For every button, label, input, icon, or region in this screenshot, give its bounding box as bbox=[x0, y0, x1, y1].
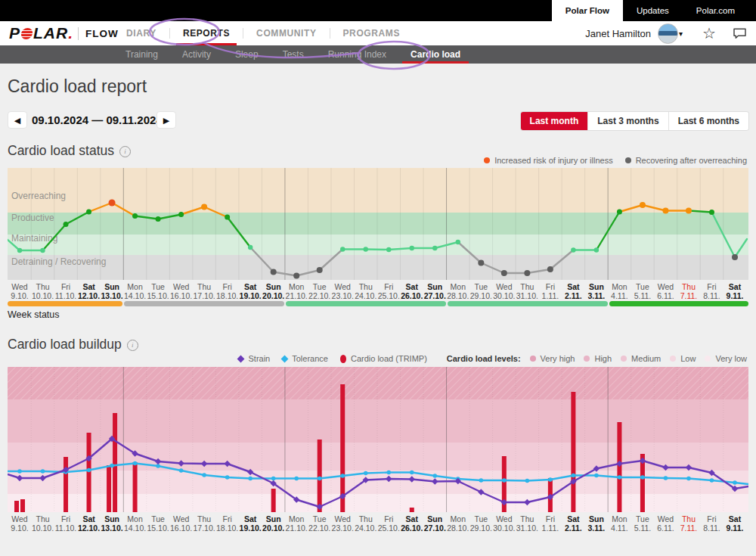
logo-divider bbox=[78, 27, 79, 40]
range-button-last-3-months[interactable]: Last 3 months bbox=[587, 112, 668, 130]
axis-label-fri-18-10-: Fri18.10. bbox=[215, 514, 240, 533]
subnav-item-cardio-load[interactable]: Cardio load bbox=[402, 45, 469, 64]
axis-label-sun-3-11-: Sun3.11. bbox=[584, 282, 609, 300]
legend-item-strain: Strain bbox=[238, 354, 270, 363]
axis-label-fri-8-11-: Fri8.11. bbox=[699, 282, 724, 300]
axis-label-sun-20-10-: Sun20.10. bbox=[261, 514, 287, 533]
main-header: P LAR . FLOW DIARYREPORTSCOMMUNITYPROGRA… bbox=[0, 21, 756, 45]
nav-divider bbox=[169, 28, 170, 39]
axis-label-fri-11-10-: Fri11.10. bbox=[53, 514, 79, 533]
axis-label-tue-22-10-: Tue22.10. bbox=[307, 282, 333, 300]
cardio-load-buildup-chart[interactable] bbox=[8, 367, 748, 512]
legend-item-recovering-after-overreaching: Recovering after overreaching bbox=[625, 156, 747, 165]
header-right: Janet Hamilton ▾ ☆ bbox=[585, 21, 747, 45]
axis-label-mon-14-10-: Mon14.10. bbox=[122, 282, 148, 300]
favorites-star-icon[interactable]: ☆ bbox=[702, 24, 716, 42]
axis-label-tue-22-10-: Tue22.10. bbox=[307, 514, 333, 533]
logo-dot: . bbox=[68, 24, 73, 42]
axis-label-wed-9-10-: Wed9.10. bbox=[7, 514, 33, 533]
topbar-tab-polar-flow[interactable]: Polar Flow bbox=[552, 0, 623, 21]
legend-dot-icon bbox=[584, 356, 590, 362]
legend-item-tolerance: Tolerance bbox=[282, 354, 328, 363]
subnav-item-sleep[interactable]: Sleep bbox=[227, 45, 267, 64]
subnav-item-tests[interactable]: Tests bbox=[274, 45, 312, 64]
subnav-item-training[interactable]: Training bbox=[117, 45, 166, 64]
range-button-last-6-months[interactable]: Last 6 months bbox=[668, 112, 748, 130]
topbar-tab-polar-com[interactable]: Polar.com bbox=[683, 0, 748, 21]
status-section-title: Cardio load statusi bbox=[8, 143, 131, 159]
legend-dot-icon bbox=[484, 157, 490, 163]
axis-label-sat-2-11-: Sat2.11. bbox=[560, 514, 586, 533]
legend-dot-icon bbox=[625, 157, 631, 163]
axis-label-fri-11-10-: Fri11.10. bbox=[53, 282, 79, 300]
legend-dot-icon bbox=[670, 356, 676, 362]
legend-level-very-low: Very low bbox=[705, 354, 747, 363]
range-button-last-month[interactable]: Last month bbox=[521, 112, 588, 130]
axis-label-sat-19-10-: Sat19.10. bbox=[237, 514, 263, 533]
axis-label-thu-7-11-: Thu7.11. bbox=[676, 282, 702, 300]
legend-label: Tolerance bbox=[292, 354, 328, 363]
zone-label-detraining-recovering: Detraining / Recovering bbox=[11, 256, 106, 267]
info-icon[interactable]: i bbox=[119, 146, 131, 157]
week-status-bar bbox=[0, 301, 756, 307]
next-period-button[interactable]: ▶ bbox=[156, 111, 176, 129]
axis-label-tue-5-11-: Tue5.11. bbox=[630, 282, 655, 300]
feedback-chat-icon[interactable] bbox=[733, 27, 747, 39]
axis-label-wed-6-11-: Wed6.11. bbox=[652, 282, 678, 300]
axis-label-sun-3-11-: Sun3.11. bbox=[584, 514, 609, 533]
legend-level-very-high: Very high bbox=[530, 354, 575, 363]
logo-text-rest: LAR bbox=[33, 24, 68, 42]
axis-label-thu-10-10-: Thu10.10. bbox=[30, 282, 56, 300]
legend-level-low: Low bbox=[670, 354, 696, 363]
report-subnav: TrainingActivitySleepTestsRunning IndexC… bbox=[0, 45, 756, 64]
user-name[interactable]: Janet Hamilton bbox=[585, 28, 651, 39]
axis-label-mon-4-11-: Mon4.11. bbox=[606, 514, 632, 533]
axis-label-fri-1-11-: Fri1.11. bbox=[538, 514, 563, 533]
polar-globe-icon bbox=[20, 28, 33, 39]
axis-label-tue-5-11-: Tue5.11. bbox=[630, 514, 655, 533]
axis-label-thu-31-10-: Thu31.10. bbox=[514, 282, 540, 300]
week-pill-5 bbox=[609, 301, 748, 306]
axis-label-fri-18-10-: Fri18.10. bbox=[215, 282, 240, 300]
topbar-tabs: Polar FlowUpdatesPolar.com bbox=[552, 0, 748, 21]
legend-label: Medium bbox=[631, 354, 661, 363]
axis-label-mon-28-10-: Mon28.10. bbox=[445, 282, 471, 300]
legend-dot-icon bbox=[530, 356, 536, 362]
cardio-load-status-chart[interactable]: OverreachingProductiveMaintainingDetrain… bbox=[8, 168, 748, 280]
polar-flow-logo[interactable]: P LAR . FLOW bbox=[9, 24, 119, 42]
legend-diamond-icon bbox=[281, 355, 289, 362]
info-icon[interactable]: i bbox=[127, 340, 138, 351]
main-nav: DIARYREPORTSCOMMUNITYPROGRAMS bbox=[113, 21, 413, 45]
topbar-tab-updates[interactable]: Updates bbox=[623, 0, 683, 21]
nav-item-reports[interactable]: REPORTS bbox=[175, 21, 238, 45]
axis-label-thu-24-10-: Thu24.10. bbox=[353, 282, 379, 300]
nav-item-programs[interactable]: PROGRAMS bbox=[335, 21, 408, 45]
legend-level-high: High bbox=[584, 354, 612, 363]
nav-divider bbox=[330, 28, 330, 39]
week-pill-1 bbox=[8, 301, 122, 306]
legend-diamond-icon bbox=[237, 355, 245, 362]
subnav-item-activity[interactable]: Activity bbox=[174, 45, 219, 64]
subnav-item-running-index[interactable]: Running Index bbox=[320, 45, 395, 64]
nav-item-community[interactable]: COMMUNITY bbox=[248, 21, 324, 45]
axis-label-fri-1-11-: Fri1.11. bbox=[538, 282, 563, 300]
axis-label-fri-8-11-: Fri8.11. bbox=[699, 514, 724, 533]
cardio-load-report-page: Polar FlowUpdatesPolar.com P LAR . FLOW … bbox=[0, 0, 756, 556]
axis-label-wed-6-11-: Wed6.11. bbox=[652, 514, 678, 533]
page-title: Cardio load report bbox=[8, 76, 147, 97]
week-status-label: Week status bbox=[8, 309, 60, 320]
axis-label-mon-21-10-: Mon21.10. bbox=[284, 514, 309, 533]
nav-item-diary[interactable]: DIARY bbox=[118, 21, 165, 45]
zone-label-productive: Productive bbox=[11, 213, 54, 223]
axis-label-sat-26-10-: Sat26.10. bbox=[399, 514, 425, 533]
axis-label-sun-27-10-: Sun27.10. bbox=[422, 282, 448, 300]
avatar[interactable] bbox=[658, 23, 678, 44]
chevron-down-icon[interactable]: ▾ bbox=[679, 30, 683, 38]
axis-label-tue-15-10-: Tue15.10. bbox=[145, 514, 171, 533]
legend-label: High bbox=[594, 354, 612, 363]
axis-label-tue-29-10-: Tue29.10. bbox=[468, 282, 494, 300]
logo-text-p: P bbox=[9, 24, 20, 42]
prev-period-button[interactable]: ◀ bbox=[8, 111, 27, 129]
legend-dot-icon bbox=[705, 356, 711, 362]
axis-label-wed-9-10-: Wed9.10. bbox=[7, 282, 33, 300]
